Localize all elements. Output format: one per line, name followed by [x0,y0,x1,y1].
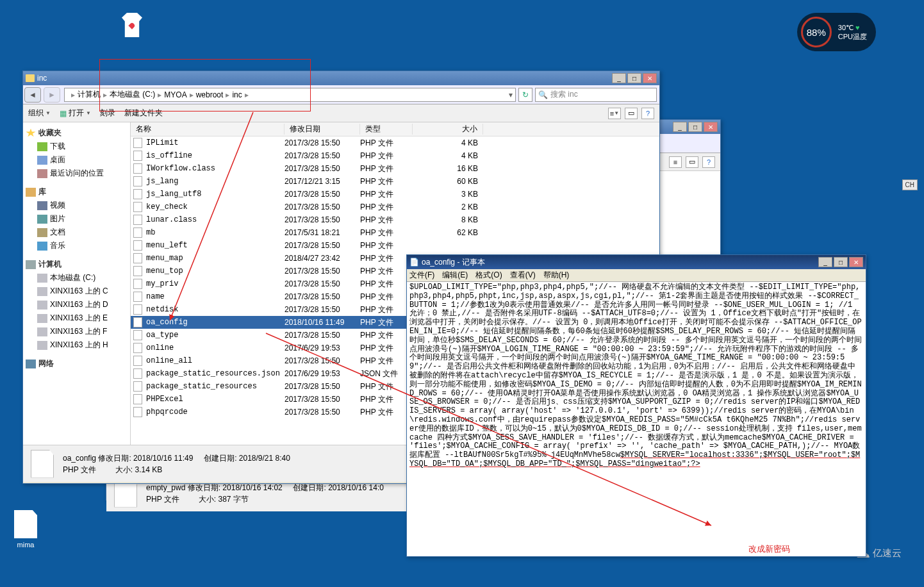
address-bar[interactable]: ▸ 计算机▸ 本地磁盘 (C:)▸ MYOA▸ webroot▸ inc▸ ▾ [64,88,516,102]
nav-pane: 收藏夹 下载 桌面 最近访问的位置 库 视频 图片 文档 音乐 计算机 本地磁盘… [23,122,131,445]
back-button[interactable]: ◄ [24,87,41,103]
php-file-icon [133,227,142,238]
file-thumb-icon [31,450,54,478]
maximize-button[interactable]: □ [688,122,702,132]
annotation-label: 改成新密码 [748,543,790,555]
forward-button[interactable]: ► [44,87,60,103]
php-file-icon [133,202,142,212]
file-row[interactable]: mb2017/5/31 18:21PHP 文件62 KB [131,226,659,239]
toolbar: 组织 ▼ ▦ 打开 ▼ 刻录 新建文件夹 ≡ ▼ ▭ ? [23,104,659,122]
php-file-icon [133,317,142,327]
preview-icon[interactable]: ▭ [686,156,698,168]
nav-pictures[interactable]: 图片 [26,212,128,226]
nav-downloads[interactable]: 下载 [26,140,128,153]
php-file-icon [133,381,142,392]
leaf-icon: ♥ [855,24,860,31]
php-file-icon [133,330,142,340]
nav-desktop[interactable]: 桌面 [26,153,128,167]
search-input[interactable]: 🔍 搜索 inc [535,88,657,102]
search-icon: 🔍 [538,90,548,99]
nav-recent[interactable]: 最近访问的位置 [26,167,128,180]
php-file-icon [133,356,142,366]
maximize-button[interactable]: □ [834,257,848,267]
file-row[interactable]: js_lang2017/12/21 3:15PHP 文件60 KB [131,175,659,188]
minimize-button[interactable]: _ [612,73,626,83]
preview-icon[interactable]: ▭ [625,108,638,119]
nav-videos[interactable]: 视频 [26,199,128,212]
cpu-percent: 88% [801,17,832,47]
nav-net-e[interactable]: XINXI163 上的 E [26,311,128,325]
php-file-icon [133,215,142,225]
folder-icon [26,74,35,82]
nav-libraries[interactable]: 库 [26,185,128,199]
php-file-icon [133,368,142,379]
close-button[interactable]: ✕ [704,122,718,132]
desktop-file-mima[interactable]: mima [10,510,42,549]
php-file-icon [133,138,142,148]
window-title: oa_config - 记事本 [422,257,485,268]
maximize-button[interactable]: □ [627,73,641,83]
nav-net-d[interactable]: XINXI163 上的 D [26,298,128,311]
menubar: 文件(F) 编辑(E) 格式(O) 查看(V) 帮助(H) [407,269,866,282]
titlebar: 📄 oa_config - 记事本 _ □ ✕ [407,255,866,269]
notepad-window: 📄 oa_config - 记事本 _ □ ✕ 文件(F) 编辑(E) 格式(O… [406,254,866,557]
menu-file[interactable]: 文件(F) [409,270,434,281]
minimize-button[interactable]: _ [673,122,687,132]
file-row[interactable]: lunar.class2017/3/28 15:50PHP 文件8 KB [131,213,659,226]
file-row[interactable]: menu_left2017/3/28 15:50PHP 文件 [131,239,659,252]
close-button[interactable]: ✕ [849,257,863,267]
nav-music[interactable]: 音乐 [26,239,128,252]
nav-favorites[interactable]: 收藏夹 [26,126,128,140]
nav-net-h[interactable]: XINXI163 上的 H [26,338,128,352]
help-icon[interactable]: ? [641,108,654,119]
window-title: inc [37,74,47,83]
nav-computer[interactable]: 计算机 [26,258,128,271]
php-file-icon [133,394,142,404]
view-icon[interactable]: ≡ [669,156,682,168]
ime-indicator[interactable]: CH [902,179,918,190]
titlebar: inc _ □ ✕ [23,71,659,85]
minimize-button[interactable]: _ [818,257,832,267]
nav-drive-c[interactable]: 本地磁盘 (C:) [26,271,128,285]
file-row[interactable]: IPLimit2017/3/28 15:50PHP 文件4 KB [131,136,659,149]
menu-edit[interactable]: 编辑(E) [442,270,468,281]
php-file-icon [133,407,142,417]
menu-format[interactable]: 格式(O) [475,270,502,281]
file-row[interactable]: key_check2017/3/28 15:50PHP 文件2 KB [131,201,659,213]
newfolder-button[interactable]: 新建文件夹 [124,108,163,119]
php-file-icon [133,176,142,186]
view-icon[interactable]: ≡ ▼ [608,108,621,119]
cpu-widget: 88% 30℃ ♥ CPU温度 [797,13,876,51]
php-file-icon [133,279,142,289]
nav-net-c[interactable]: XINXI163 上的 C [26,285,128,298]
file-row[interactable]: IWorkflow.class2017/3/28 15:50PHP 文件16 K… [131,162,659,175]
php-file-icon [133,151,142,161]
php-file-icon [133,343,142,353]
file-row[interactable]: js_lang_utf82017/3/28 15:50PHP 文件3 KB [131,188,659,201]
php-file-icon [133,240,142,251]
burn-button[interactable]: 刻录 [100,108,115,119]
php-file-icon [133,253,142,263]
document-icon [14,510,37,538]
menu-help[interactable]: 帮助(H) [543,270,570,281]
tshirt-icon [122,13,142,37]
nav-net-f[interactable]: XINXI163 上的 F [26,325,128,338]
open-menu[interactable]: ▦ 打开 ▼ [60,108,91,119]
file-row[interactable]: is_offline2017/3/28 15:50PHP 文件4 KB [131,149,659,162]
nav-network[interactable]: 网络 [26,357,128,370]
refresh-button[interactable]: ↻ [518,88,532,102]
php-file-icon [133,304,142,315]
column-header[interactable]: 名称 修改日期 类型 大小 [131,122,659,136]
php-file-icon [133,189,142,199]
notepad-content[interactable]: $UPLOAD_LIMIT_TYPE="php,php3,php4,php5,"… [407,282,866,556]
menu-view[interactable]: 查看(V) [510,270,536,281]
help-icon[interactable]: ? [702,156,715,168]
php-file-icon [133,266,142,276]
php-file-icon [133,163,142,174]
php-file-icon [133,292,142,302]
organize-menu[interactable]: 组织 ▼ [28,108,51,119]
nav-documents[interactable]: 文档 [26,226,128,239]
notepad-icon: 📄 [409,258,419,267]
close-button[interactable]: ✕ [643,73,657,83]
